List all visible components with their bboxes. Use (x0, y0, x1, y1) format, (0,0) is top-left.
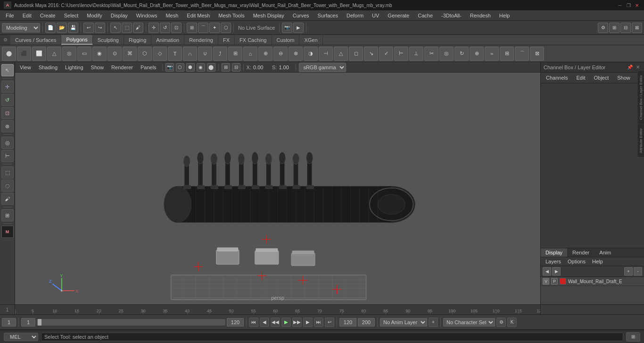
snap-grid-btn[interactable]: ⊞ (187, 23, 197, 33)
menu-mesh-display[interactable]: Mesh Display (249, 12, 288, 19)
shelf-icon-disk[interactable]: ◉ (92, 47, 107, 61)
shelf-icon-pipe[interactable]: ⊙ (107, 47, 122, 61)
menu-create[interactable]: Create (36, 12, 59, 19)
soft-sel-btn[interactable]: ◎ (1, 137, 14, 149)
shelf-icon-quad[interactable]: ◻ (349, 47, 363, 61)
frame-end-input[interactable] (227, 318, 244, 327)
play-fwd2-btn[interactable]: ▶▶ (292, 318, 302, 327)
view-menu[interactable]: View (17, 64, 34, 71)
menu-surfaces[interactable]: Surfaces (314, 12, 342, 19)
vp-shaded-btn[interactable]: ⬤ (207, 63, 215, 72)
script-mode-select[interactable]: MEL Python (4, 333, 38, 341)
frame-slider-thumb[interactable] (38, 319, 41, 326)
shelf-tab-xgen[interactable]: XGen (299, 35, 322, 45)
shelf-icon-multi-cut[interactable]: ✂ (424, 47, 438, 61)
shading-menu[interactable]: Shading (36, 64, 60, 71)
render-btn[interactable]: ▶ (293, 23, 304, 33)
menu-mesh[interactable]: Mesh (162, 12, 182, 19)
vp-camera-btn[interactable]: 📷 (165, 63, 174, 72)
restore-button[interactable]: ❐ (625, 2, 632, 8)
menu-generate[interactable]: Generate (384, 12, 413, 19)
char-set-select[interactable]: No Character Set (443, 318, 495, 327)
xform-btn[interactable]: ⊛ (1, 120, 14, 132)
vp-hud-btn[interactable]: ⊟ (232, 63, 240, 72)
timeline-ruler[interactable]: 1510152025303540455055606570758085909510… (15, 305, 540, 314)
menu-file[interactable]: File (2, 12, 18, 19)
camera-btn[interactable]: 📷 (282, 23, 292, 33)
layer-prev-btn[interactable]: ◀ (543, 267, 551, 276)
redo-btn[interactable]: ↪ (95, 23, 105, 33)
layer-next-btn[interactable]: ▶ (552, 267, 561, 276)
shelf-icon-target-weld[interactable]: ◎ (439, 47, 454, 61)
shelf-tab-polygons[interactable]: Polygons (61, 35, 92, 45)
shelf-icon-bend[interactable]: ⌒ (515, 47, 529, 61)
layout-btn3[interactable]: ⊠ (632, 23, 642, 33)
menu-windows[interactable]: Windows (132, 12, 161, 19)
viewport-content[interactable]: Z Y X persp (15, 73, 540, 304)
move-btn[interactable]: ✛ (149, 23, 159, 33)
frame-current-input[interactable] (2, 318, 16, 327)
shelf-icon-cone[interactable]: △ (47, 47, 61, 61)
panel-close-btn[interactable]: ✕ (635, 64, 641, 71)
panel-pin-btn[interactable]: 📌 (627, 64, 633, 71)
layer-tab-render[interactable]: Render (568, 248, 594, 257)
tab-object[interactable]: Object (590, 74, 612, 82)
tab-edit[interactable]: Edit (572, 74, 589, 82)
shelf-tab-sculpting[interactable]: Sculpting (93, 35, 124, 45)
open-btn[interactable]: 📂 (57, 23, 67, 33)
shelf-settings[interactable]: ⚙ (0, 35, 10, 45)
shelf-tab-animation[interactable]: Animation (151, 35, 184, 45)
gamma-select[interactable]: sRGB gamma Linear (299, 63, 346, 72)
anim-layer-select[interactable]: No Anim Layer (380, 318, 427, 327)
save-btn[interactable]: 💾 (68, 23, 78, 33)
snap-curve-btn[interactable]: ⌒ (198, 23, 208, 33)
shelf-icon-bool-union[interactable]: ⊕ (258, 47, 272, 61)
vp-smooth-btn[interactable]: ◉ (197, 63, 205, 72)
shelf-tab-curves-surfaces[interactable]: Curves / Surfaces (10, 35, 61, 45)
shelf-icon-collapse[interactable]: ⊠ (530, 47, 544, 61)
tab-show[interactable]: Show (613, 74, 634, 82)
shelf-icon-torus[interactable]: ◎ (62, 47, 76, 61)
shelf-icon-reduce[interactable]: ↘ (364, 47, 378, 61)
menu-modify[interactable]: Modify (83, 12, 106, 19)
shelf-icon-bool-diff[interactable]: ⊖ (273, 47, 288, 61)
sym-btn[interactable]: ⊢ (1, 150, 14, 162)
shelf-icon-soccer[interactable]: ⬡ (138, 47, 152, 61)
select-btn[interactable]: ↖ (110, 23, 121, 33)
shelf-icon-cleanup[interactable]: ✓ (379, 47, 393, 61)
minimize-button[interactable]: ─ (617, 2, 623, 8)
panels-menu[interactable]: Panels (138, 64, 159, 71)
list-item[interactable]: V P Wall_Mount_Rail_Draft_E (541, 277, 644, 286)
shelf-icon-sphere[interactable]: ⬤ (2, 47, 16, 61)
play-fwd-btn[interactable]: ▶ (281, 318, 291, 327)
layer-color-swatch[interactable] (560, 278, 566, 285)
shelf-icon-tri[interactable]: △ (334, 47, 348, 61)
snap-grid-lt[interactable]: ⊞ (1, 209, 14, 221)
shelf-icon-platonic[interactable]: ◇ (153, 47, 167, 61)
layout-btn2[interactable]: ⊟ (620, 23, 631, 33)
step-back-btn[interactable]: ◀ (260, 318, 269, 327)
shelf-icon-combine[interactable]: ∩ (183, 47, 197, 61)
options-menu[interactable]: Options (565, 258, 588, 265)
layer-add-btn[interactable]: + (624, 267, 633, 276)
menu-curves[interactable]: Curves (289, 12, 313, 19)
layer-render-toggle[interactable]: P (551, 278, 558, 285)
shelf-icon-cube[interactable]: ⬛ (17, 47, 31, 61)
layout-btn1[interactable]: ⊞ (609, 23, 619, 33)
tab-channels[interactable]: Channels (542, 74, 571, 82)
goto-start-btn[interactable]: ⏮ (249, 318, 258, 327)
lasso-btn[interactable]: ⬚ (122, 23, 132, 33)
rotate-tool-btn[interactable]: ↺ (1, 94, 14, 106)
timeline[interactable]: 1 15101520253035404550556065707580859095… (0, 304, 644, 315)
snap-point-btn[interactable]: ✦ (209, 23, 220, 33)
shelf-icon-spinedge[interactable]: ↻ (454, 47, 469, 61)
vp-iso-btn[interactable]: ⬡ (176, 63, 184, 72)
shelf-tab-custom[interactable]: Custom (272, 35, 300, 45)
shelf-icon-smooth[interactable]: ◑ (304, 47, 318, 61)
shelf-tab-fx-caching[interactable]: FX Caching (235, 35, 272, 45)
marquee-btn[interactable]: ⬚ (1, 166, 14, 179)
close-button[interactable]: ✕ (634, 2, 640, 8)
shelf-icon-text[interactable]: T (168, 47, 182, 61)
help-menu[interactable]: Help (589, 258, 606, 265)
shelf-icon-sep[interactable]: ∪ (198, 47, 212, 61)
